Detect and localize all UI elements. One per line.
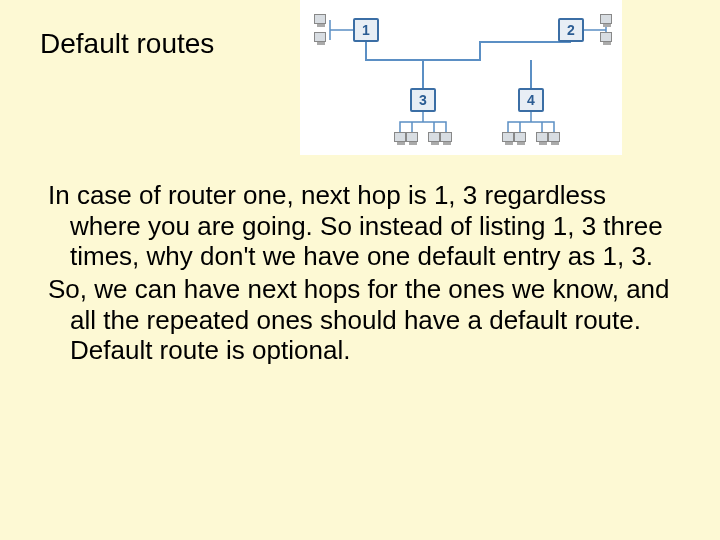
host-icon: [600, 14, 612, 24]
slide-body: In case of router one, next hop is 1, 3 …: [48, 180, 672, 368]
host-icon: [514, 132, 526, 142]
network-diagram: 1 2 3 4: [300, 0, 622, 155]
host-icon: [406, 132, 418, 142]
router-1: 1: [353, 18, 379, 42]
host-icon: [600, 32, 612, 42]
host-icon: [428, 132, 440, 142]
host-icon: [502, 132, 514, 142]
router-4: 4: [518, 88, 544, 112]
router-2: 2: [558, 18, 584, 42]
slide-title: Default routes: [40, 28, 214, 60]
paragraph: So, we can have next hops for the ones w…: [48, 274, 672, 366]
host-icon: [536, 132, 548, 142]
host-icon: [440, 132, 452, 142]
host-icon: [314, 32, 326, 42]
paragraph: In case of router one, next hop is 1, 3 …: [48, 180, 672, 272]
host-icon: [314, 14, 326, 24]
host-icon: [394, 132, 406, 142]
router-3: 3: [410, 88, 436, 112]
host-icon: [548, 132, 560, 142]
